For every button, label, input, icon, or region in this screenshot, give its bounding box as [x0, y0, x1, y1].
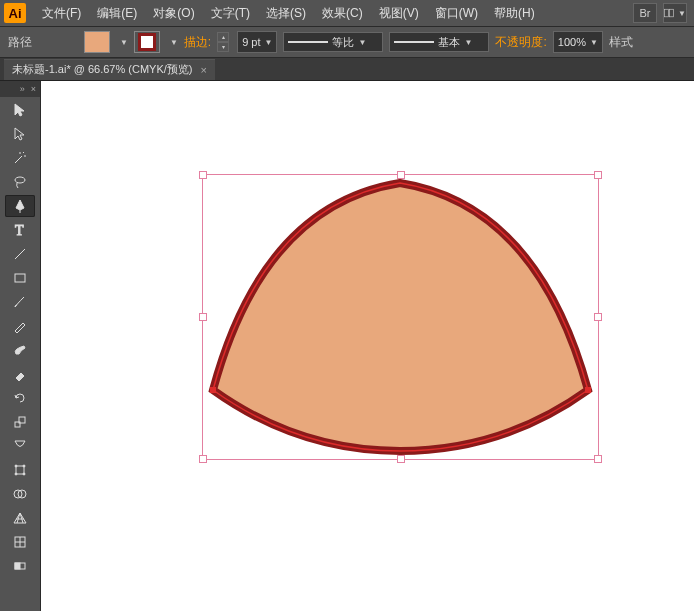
menu-effect[interactable]: 效果(C): [314, 5, 371, 22]
rectangle-tool[interactable]: [5, 267, 35, 289]
selected-path[interactable]: [203, 175, 598, 459]
workspace: » × T: [0, 81, 694, 611]
rotate-tool[interactable]: [5, 387, 35, 409]
svg-line-4: [15, 249, 25, 259]
brush-definition[interactable]: 基本▼: [389, 32, 489, 52]
menu-edit[interactable]: 编辑(E): [89, 5, 145, 22]
gradient-tool[interactable]: [5, 555, 35, 577]
collapse-icon[interactable]: »: [20, 84, 25, 94]
shape-builder-tool[interactable]: [5, 483, 35, 505]
resize-handle-br[interactable]: [594, 455, 602, 463]
artboard[interactable]: [41, 81, 694, 611]
chevron-down-icon: ▼: [678, 9, 686, 18]
selection-type-label: 路径: [8, 34, 32, 51]
stroke-label[interactable]: 描边:: [184, 34, 211, 51]
type-tool[interactable]: T: [5, 219, 35, 241]
resize-handle-tm[interactable]: [397, 171, 405, 179]
resize-handle-rm[interactable]: [594, 313, 602, 321]
document-tab[interactable]: 未标题-1.ai* @ 66.67% (CMYK/预览) ×: [4, 59, 215, 80]
control-bar: 路径 ▼ ▼ 描边: ▴▾ 9 pt▼ 等比▼ 基本▼ 不透明度: 100%▼ …: [0, 27, 694, 58]
bridge-button[interactable]: Br: [633, 3, 657, 23]
resize-handle-bl[interactable]: [199, 455, 207, 463]
magic-wand-tool[interactable]: [5, 147, 35, 169]
svg-point-13: [23, 473, 25, 475]
free-transform-tool[interactable]: [5, 459, 35, 481]
tools-panel: » × T: [0, 81, 41, 611]
line-tool[interactable]: [5, 243, 35, 265]
opacity-field[interactable]: 100%▼: [553, 31, 603, 53]
pencil-tool[interactable]: [5, 315, 35, 337]
document-tabs: 未标题-1.ai* @ 66.67% (CMYK/预览) ×: [0, 58, 694, 81]
menu-type[interactable]: 文字(T): [203, 5, 258, 22]
svg-rect-9: [16, 466, 24, 474]
canvas-area[interactable]: [41, 81, 694, 611]
menu-select[interactable]: 选择(S): [258, 5, 314, 22]
resize-handle-bm[interactable]: [397, 455, 405, 463]
perspective-grid-tool[interactable]: [5, 507, 35, 529]
chevron-down-icon[interactable]: ▼: [170, 38, 178, 47]
blob-brush-tool[interactable]: [5, 339, 35, 361]
arrange-docs-button[interactable]: ▼: [663, 3, 687, 23]
lasso-tool[interactable]: [5, 171, 35, 193]
svg-rect-1: [670, 9, 674, 17]
selection-tool[interactable]: [5, 99, 35, 121]
close-icon[interactable]: ×: [201, 64, 207, 76]
stroke-weight-field[interactable]: 9 pt▼: [237, 31, 277, 53]
svg-point-11: [23, 465, 25, 467]
selection-bounding-box: [202, 174, 599, 460]
menu-window[interactable]: 窗口(W): [427, 5, 486, 22]
menu-file[interactable]: 文件(F): [34, 5, 89, 22]
mesh-tool[interactable]: [5, 531, 35, 553]
direct-selection-tool[interactable]: [5, 123, 35, 145]
svg-rect-0: [665, 9, 669, 17]
resize-handle-tl[interactable]: [199, 171, 207, 179]
fill-swatch[interactable]: [84, 31, 110, 53]
tools-panel-header[interactable]: » ×: [0, 81, 40, 97]
svg-text:T: T: [15, 223, 24, 238]
stroke-weight-stepper[interactable]: ▴▾: [217, 32, 229, 52]
menu-object[interactable]: 对象(O): [145, 5, 202, 22]
svg-rect-5: [15, 274, 25, 282]
chevron-down-icon[interactable]: ▼: [120, 38, 128, 47]
menu-view[interactable]: 视图(V): [371, 5, 427, 22]
variable-width-profile[interactable]: 等比▼: [283, 32, 383, 52]
svg-point-12: [15, 473, 17, 475]
document-tab-title: 未标题-1.ai* @ 66.67% (CMYK/预览): [12, 62, 193, 77]
style-label[interactable]: 样式: [609, 34, 633, 51]
app-logo: Ai: [4, 3, 26, 23]
svg-point-10: [15, 465, 17, 467]
menu-help[interactable]: 帮助(H): [486, 5, 543, 22]
scale-tool[interactable]: [5, 411, 35, 433]
svg-rect-20: [15, 563, 20, 569]
eraser-tool[interactable]: [5, 363, 35, 385]
menu-bar: Ai 文件(F) 编辑(E) 对象(O) 文字(T) 选择(S) 效果(C) 视…: [0, 0, 694, 27]
close-icon[interactable]: ×: [31, 84, 36, 94]
resize-handle-lm[interactable]: [199, 313, 207, 321]
svg-point-2: [15, 177, 25, 183]
opacity-label[interactable]: 不透明度:: [495, 34, 546, 51]
paintbrush-tool[interactable]: [5, 291, 35, 313]
pen-tool[interactable]: [5, 195, 35, 217]
width-tool[interactable]: [5, 435, 35, 457]
resize-handle-tr[interactable]: [594, 171, 602, 179]
stroke-swatch[interactable]: [134, 31, 160, 53]
